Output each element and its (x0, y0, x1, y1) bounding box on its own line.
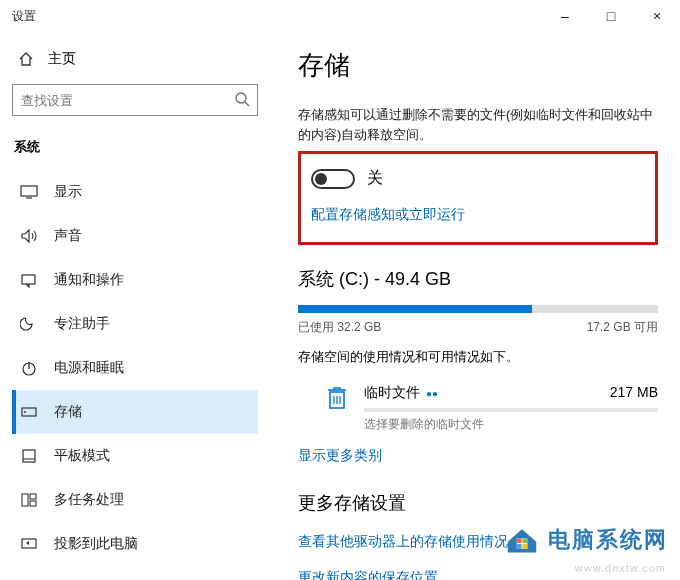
sidebar-item-multitask[interactable]: 多任务处理 (12, 478, 258, 522)
content-pane: 存储 存储感知可以通过删除不需要的文件(例如临时文件和回收站中的内容)自动释放空… (270, 32, 680, 580)
category-name: 临时文件 (364, 384, 420, 400)
multitask-icon (20, 492, 38, 508)
svg-rect-9 (23, 450, 35, 462)
page-title: 存储 (298, 48, 658, 83)
category-bar (364, 408, 658, 412)
loading-icon: ●● (426, 388, 438, 399)
sidebar-item-label: 通知和操作 (54, 271, 124, 289)
window-title: 设置 (12, 8, 36, 25)
sidebar-item-sound[interactable]: 声音 (12, 214, 258, 258)
sidebar-item-label: 电源和睡眠 (54, 359, 124, 377)
sidebar-item-notifications[interactable]: 通知和操作 (12, 258, 258, 302)
used-label: 已使用 32.2 GB (298, 319, 381, 336)
group-label: 系统 (12, 138, 258, 170)
svg-rect-21 (517, 538, 522, 543)
minimize-button[interactable]: – (542, 0, 588, 32)
trash-icon (324, 384, 350, 412)
more-settings-heading: 更多存储设置 (298, 491, 658, 515)
sidebar-item-label: 多任务处理 (54, 491, 124, 509)
storage-icon (20, 404, 38, 420)
display-icon (20, 184, 38, 200)
storage-sense-toggle[interactable] (311, 169, 355, 189)
search-input[interactable] (12, 84, 258, 116)
drive-usage-bar (298, 305, 658, 313)
svg-point-8 (24, 411, 26, 413)
category-row-temp[interactable]: 临时文件●● 217 MB 选择要删除的临时文件 (298, 384, 658, 433)
svg-rect-22 (522, 538, 527, 543)
sidebar-item-label: 显示 (54, 183, 82, 201)
search-icon (234, 91, 250, 107)
highlight-box: 关 配置存储感知或立即运行 (298, 151, 658, 245)
watermark-text: 电脑系统网 (548, 525, 668, 555)
category-size: 217 MB (610, 384, 658, 402)
toggle-state-label: 关 (367, 168, 383, 189)
sidebar-item-label: 投影到此电脑 (54, 535, 138, 553)
maximize-button[interactable]: □ (588, 0, 634, 32)
show-more-categories-link[interactable]: 显示更多类别 (298, 447, 658, 465)
sidebar-item-power[interactable]: 电源和睡眠 (12, 346, 258, 390)
watermark: 电脑系统网 (504, 524, 668, 556)
notification-icon (20, 272, 38, 288)
svg-rect-11 (22, 494, 28, 506)
svg-rect-12 (30, 494, 36, 499)
sidebar-item-label: 专注助手 (54, 315, 110, 333)
svg-rect-24 (522, 544, 527, 549)
power-icon (20, 360, 38, 376)
sidebar-item-storage[interactable]: 存储 (12, 390, 258, 434)
focus-icon (20, 316, 38, 332)
svg-line-1 (245, 102, 249, 106)
sidebar-item-label: 平板模式 (54, 447, 110, 465)
sidebar-item-display[interactable]: 显示 (12, 170, 258, 214)
storage-sense-desc: 存储感知可以通过删除不需要的文件(例如临时文件和回收站中的内容)自动释放空间。 (298, 105, 658, 145)
home-icon (18, 51, 34, 67)
svg-rect-23 (517, 544, 522, 549)
free-label: 17.2 GB 可用 (587, 319, 658, 336)
project-icon (20, 536, 38, 552)
home-nav[interactable]: 主页 (12, 46, 258, 84)
sound-icon (20, 228, 38, 244)
drive-title: 系统 (C:) - 49.4 GB (298, 267, 658, 291)
configure-storage-sense-link[interactable]: 配置存储感知或立即运行 (311, 206, 465, 222)
category-hint: 选择要删除的临时文件 (364, 416, 658, 433)
sidebar: 主页 系统 显示 声音 通知和操作 专注助手 电源和睡眠 (0, 32, 270, 580)
close-button[interactable]: × (634, 0, 680, 32)
sidebar-item-tablet[interactable]: 平板模式 (12, 434, 258, 478)
watermark-url: www.dnxtw.com (575, 562, 666, 574)
tablet-icon (20, 448, 38, 464)
svg-rect-2 (21, 186, 37, 196)
sidebar-item-focus[interactable]: 专注助手 (12, 302, 258, 346)
sidebar-item-label: 存储 (54, 403, 82, 421)
home-label: 主页 (48, 50, 76, 68)
svg-rect-13 (30, 501, 36, 506)
sidebar-item-project[interactable]: 投影到此电脑 (12, 522, 258, 566)
svg-point-0 (236, 93, 246, 103)
svg-rect-4 (22, 275, 35, 284)
usage-desc: 存储空间的使用情况和可用情况如下。 (298, 348, 658, 366)
watermark-logo-icon (504, 524, 540, 556)
sidebar-item-label: 声音 (54, 227, 82, 245)
